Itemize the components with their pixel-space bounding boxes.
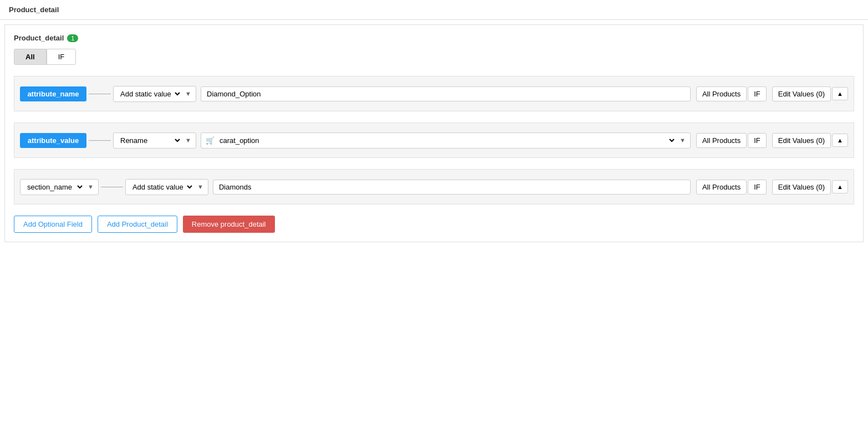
section-title: Product_detail xyxy=(14,34,64,42)
edit-values-btn-3[interactable]: Edit Values (0) xyxy=(772,180,831,195)
value-input-3[interactable] xyxy=(213,180,691,195)
action-dropdown-1[interactable]: Add static value Rename Copy ▼ xyxy=(113,86,196,102)
bottom-buttons: Add Optional Field Add Product_detail Re… xyxy=(14,216,854,233)
edit-values-btn-2[interactable]: Edit Values (0) xyxy=(772,133,831,148)
action-select-3[interactable]: Add static value Rename Copy xyxy=(130,182,194,192)
field-row-section-name: section_name attribute_name attribute_va… xyxy=(14,169,854,205)
main-container: Product_detail 1 All IF attribute_name A… xyxy=(4,24,864,242)
if-btn-2[interactable]: IF xyxy=(748,133,767,148)
chevron-up-btn-2[interactable]: ▲ xyxy=(832,134,848,147)
if-btn-1[interactable]: IF xyxy=(748,86,767,101)
connector-line-1 xyxy=(89,94,111,94)
field-row-attribute-name: attribute_name Add static value Rename C… xyxy=(14,76,854,111)
add-product-detail-button[interactable]: Add Product_detail xyxy=(98,216,177,233)
connector-line-2 xyxy=(89,140,111,141)
section-header: Product_detail 1 xyxy=(14,34,854,42)
action-dropdown-3[interactable]: Add static value Rename Copy ▼ xyxy=(125,179,208,195)
right-group-1: All Products IF Edit Values (0) ▲ xyxy=(696,86,848,101)
action-dropdown-arrow-1: ▼ xyxy=(185,90,191,97)
tab-all[interactable]: All xyxy=(14,49,47,65)
edit-values-btn-1[interactable]: Edit Values (0) xyxy=(772,86,831,101)
action-dropdown-arrow-2: ▼ xyxy=(185,137,191,144)
value-dropdown-arrow-2: ▼ xyxy=(680,137,686,144)
field-label-attribute-value: attribute_value xyxy=(20,133,86,148)
action-select-2[interactable]: Add static value Rename Copy xyxy=(118,136,182,145)
action-dropdown-arrow-3: ▼ xyxy=(197,183,203,190)
right-group-2: All Products IF Edit Values (0) ▲ xyxy=(696,133,848,148)
value-dropdown-2[interactable]: 🛒 carat_option ▼ xyxy=(201,132,691,149)
chevron-up-btn-1[interactable]: ▲ xyxy=(832,87,848,100)
value-input-1[interactable] xyxy=(201,86,691,101)
section-badge: 1 xyxy=(67,34,78,42)
field-label-select-3[interactable]: section_name attribute_name attribute_va… xyxy=(25,182,84,192)
add-optional-field-button[interactable]: Add Optional Field xyxy=(14,216,92,233)
remove-product-detail-button[interactable]: Remove product_detail xyxy=(183,216,275,233)
cart-icon-2: 🛒 xyxy=(206,136,215,145)
tab-if[interactable]: IF xyxy=(47,49,76,65)
tab-bar: All IF xyxy=(14,49,854,65)
action-select-1[interactable]: Add static value Rename Copy xyxy=(118,89,182,99)
field-label-section-name[interactable]: section_name attribute_name attribute_va… xyxy=(20,179,99,195)
field-label-attribute-name: attribute_name xyxy=(20,86,86,101)
right-group-3: All Products IF Edit Values (0) ▲ xyxy=(696,180,848,195)
connector-line-3 xyxy=(101,187,123,187)
field-row-attribute-value: attribute_value Add static value Rename … xyxy=(14,122,854,158)
page-title: Product_detail xyxy=(0,0,868,20)
chevron-up-btn-3[interactable]: ▲ xyxy=(832,180,848,193)
all-products-btn-3[interactable]: All Products xyxy=(696,180,747,195)
if-btn-3[interactable]: IF xyxy=(748,180,767,195)
value-select-2[interactable]: carat_option xyxy=(217,136,676,145)
all-products-btn-2[interactable]: All Products xyxy=(696,133,747,148)
all-products-btn-1[interactable]: All Products xyxy=(696,86,747,101)
action-dropdown-2[interactable]: Add static value Rename Copy ▼ xyxy=(113,132,196,149)
field-label-dropdown-arrow-3: ▼ xyxy=(88,183,94,190)
